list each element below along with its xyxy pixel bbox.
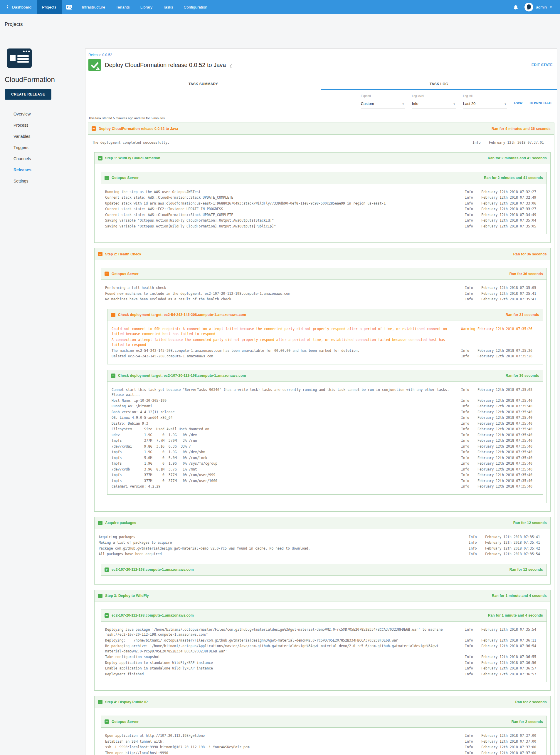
log-section-title: Deploy CloudFormation release 0.0.52 to … xyxy=(99,127,178,131)
collapse-icon[interactable]: − xyxy=(98,521,102,525)
log-message: Establish an SSH tunnel with: xyxy=(105,739,465,744)
log-level: Info xyxy=(465,672,481,677)
log-level: Info xyxy=(461,404,478,409)
log-section-header[interactable]: −ec2-107-20-112-198.compute-1.amazonaws.… xyxy=(101,610,546,622)
log-level: Info xyxy=(465,291,481,296)
sidebar-item-settings[interactable]: Settings xyxy=(5,175,82,187)
log-line: Current stack state: AWS::CloudFormation… xyxy=(101,212,546,218)
sidebar-item-releases[interactable]: Releases xyxy=(5,164,82,175)
log-section-header[interactable]: −Octopus ServerRan for 2 seconds xyxy=(101,716,546,728)
nav-item-projects[interactable]: Projects xyxy=(37,0,62,14)
log-message: Open application at http://107.20.112.19… xyxy=(105,733,465,738)
log-line: Open application at http://107.20.112.19… xyxy=(101,733,546,739)
log-section-header[interactable]: −Check deployment target: ec2-107-20-112… xyxy=(107,370,543,382)
log-line: The deployment completed successfully.In… xyxy=(88,140,554,146)
nav-item-library[interactable]: Library xyxy=(135,0,158,14)
log-section: −Octopus ServerRan for 36 secondsPerform… xyxy=(101,268,547,503)
log-section-header[interactable]: −Step 4: Display Public IPRan for 2 seco… xyxy=(95,696,550,708)
log-message: Could not connect to SSH endpoint: A con… xyxy=(112,327,461,337)
nav-item-tenants[interactable]: Tenants xyxy=(111,0,135,14)
log-line: Calamari version: 4.2.29InfoFebruary 12t… xyxy=(107,484,543,490)
log-line: Making a list of packages to acquireInfo… xyxy=(95,540,550,546)
chevron-down-icon: ▼ xyxy=(549,5,552,9)
collapse-icon[interactable]: − xyxy=(111,373,115,378)
log-message: Performing a full health check xyxy=(105,285,465,291)
project-search-icon[interactable] xyxy=(62,0,77,14)
notifications-bell-icon[interactable] xyxy=(513,4,519,10)
log-section-header[interactable]: +ec2-107-20-112-198.compute-1.amazonaws.… xyxy=(101,564,546,576)
log-line: Updated stack with id arn:aws:cloudforma… xyxy=(101,201,546,207)
log-section-duration: Ran for 2 minutes and 41 seconds xyxy=(484,176,543,180)
log-line: Running the step as the AWS user Octopus… xyxy=(101,189,546,195)
log-section-header[interactable]: −Step 3: Deploy to WildFlyRan for 1 minu… xyxy=(95,590,550,602)
log-level-select[interactable]: Log level Info ▼ xyxy=(412,94,456,109)
log-section-header[interactable]: −Check deployment target: ec2-54-242-145… xyxy=(107,309,543,321)
log-level: Info xyxy=(461,456,478,461)
log-section-header[interactable]: −Step 2: Health CheckRan for 36 seconds xyxy=(95,248,550,260)
log-section-header[interactable]: −Step 1: WildFly CloudFormationRan for 2… xyxy=(95,153,550,164)
page-title: Projects xyxy=(5,21,560,27)
collapse-icon[interactable]: − xyxy=(98,700,102,704)
log-level: Info xyxy=(461,461,478,466)
log-message: Re-packaging archive: '/home/bitnami/.oc… xyxy=(105,644,465,654)
collapse-icon[interactable]: − xyxy=(104,719,109,724)
log-message: Deleted ec2-54-242-145-208.compute-1.ama… xyxy=(112,354,461,359)
task-title: Deploy CloudFormation release 0.0.52 to … xyxy=(105,62,226,69)
nav-item-configuration[interactable]: Configuration xyxy=(178,0,212,14)
log-section-body: Open application at http://107.20.112.19… xyxy=(101,728,546,755)
log-level: Info xyxy=(461,410,478,415)
collapse-icon[interactable]: − xyxy=(104,272,109,276)
log-message: Distro: Debian 9.3 xyxy=(112,421,461,426)
log-section: −Deploy CloudFormation release 0.0.52 to… xyxy=(88,122,555,755)
log-line: Deploy application to standalone WildFly… xyxy=(101,660,546,666)
log-section-header[interactable]: −Octopus ServerRan for 2 minutes and 41 … xyxy=(101,172,546,184)
tab-task-log[interactable]: TASK LOG xyxy=(321,78,557,90)
log-level: Info xyxy=(465,297,481,302)
collapse-icon[interactable]: − xyxy=(98,252,102,256)
sidebar-item-overview[interactable]: Overview xyxy=(5,109,82,120)
log-level: Info xyxy=(465,195,481,200)
collapse-icon[interactable]: − xyxy=(98,594,102,598)
expand-select[interactable]: Expand Custom ▼ xyxy=(361,94,405,109)
create-release-button[interactable]: CREATE RELEASE xyxy=(5,89,52,100)
log-section: −Step 4: Display Public IPRan for 2 seco… xyxy=(94,696,551,755)
log-section-header[interactable]: −Acquire packagesRan for 12 seconds xyxy=(95,517,550,529)
sidebar-item-variables[interactable]: Variables xyxy=(5,131,82,142)
user-menu[interactable]: admin ▼ xyxy=(524,3,552,12)
log-timestamp: February 12th 2018 07:35:26 xyxy=(478,348,539,353)
collapse-icon[interactable]: − xyxy=(98,156,102,160)
download-button[interactable]: DOWNLOAD xyxy=(530,101,552,109)
sidebar-item-channels[interactable]: Channels xyxy=(5,153,82,164)
tab-task-summary[interactable]: TASK SUMMARY xyxy=(85,78,321,90)
log-section-duration: Ran for 12 seconds xyxy=(509,567,543,572)
nav-item-infrastructure[interactable]: Infrastructure xyxy=(77,0,111,14)
edit-state-button[interactable]: EDIT STATE xyxy=(532,63,553,67)
collapse-icon[interactable]: − xyxy=(104,176,109,180)
log-timestamp: February 12th 2018 07:35:05 xyxy=(481,285,542,291)
log-message: Deploying Java package '/home/bitnami/.o… xyxy=(105,627,465,637)
nav-item-dashboard[interactable]: Dashboard xyxy=(0,0,37,14)
collapse-icon[interactable]: − xyxy=(104,613,109,618)
log-section-duration: Ran for 21 seconds xyxy=(506,313,539,317)
log-section-title: Step 2: Health Check xyxy=(105,252,141,256)
log-timestamp: February 12th 2018 07:35:40 xyxy=(478,427,539,432)
log-line: Deploying Java package '/home/bitnami/.o… xyxy=(101,627,546,638)
log-line: tmpfs 1.9G 0 1.9G 0% /sys/fs/cgroupInfoF… xyxy=(107,461,543,467)
release-breadcrumb-link[interactable]: Release 0.0.52 xyxy=(88,53,112,57)
log-tail-select[interactable]: Log tail Last 20 ▼ xyxy=(463,94,507,109)
expand-icon[interactable]: + xyxy=(104,567,109,572)
sidebar-item-triggers[interactable]: Triggers xyxy=(5,142,82,153)
log-section-header[interactable]: −Octopus ServerRan for 36 seconds xyxy=(101,268,546,280)
nav-item-tasks[interactable]: Tasks xyxy=(158,0,179,14)
project-sidebar: CloudFormation CREATE RELEASE Overview P… xyxy=(5,49,82,187)
log-line: udev 1.9G 0 1.9G 0% /devInfoFebruary 12t… xyxy=(107,432,543,438)
task-card: Release 0.0.52 Deploy CloudFormation rel… xyxy=(85,49,557,755)
collapse-icon[interactable]: − xyxy=(92,127,96,131)
log-timestamp: February 12th 2018 07:35:40 xyxy=(478,410,539,415)
log-section-header[interactable]: −Deploy CloudFormation release 0.0.52 to… xyxy=(88,123,554,135)
log-level: Info xyxy=(469,546,485,551)
sidebar-item-process[interactable]: Process xyxy=(5,120,82,131)
collapse-icon[interactable]: − xyxy=(111,313,115,317)
success-with-warning-icon xyxy=(88,59,101,71)
raw-button[interactable]: RAW xyxy=(514,101,523,109)
